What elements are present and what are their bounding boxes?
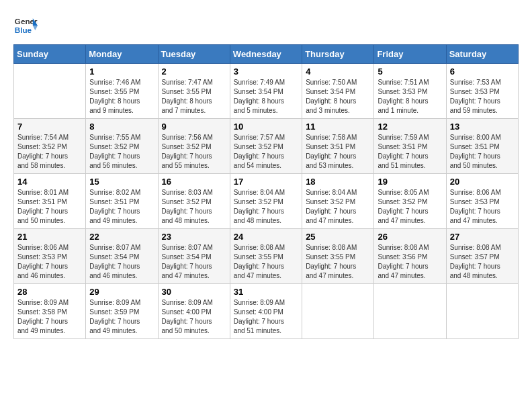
day-info: Sunrise: 7:59 AM Sunset: 3:51 PM Dayligh… <box>378 133 442 171</box>
day-info: Sunrise: 7:50 AM Sunset: 3:54 PM Dayligh… <box>306 78 370 116</box>
day-info: Sunrise: 8:04 AM Sunset: 3:52 PM Dayligh… <box>306 188 370 226</box>
calendar-cell: 26Sunrise: 8:08 AM Sunset: 3:56 PM Dayli… <box>374 229 446 284</box>
calendar-cell: 18Sunrise: 8:04 AM Sunset: 3:52 PM Dayli… <box>302 174 374 229</box>
calendar-cell: 7Sunrise: 7:54 AM Sunset: 3:52 PM Daylig… <box>14 119 86 174</box>
day-info: Sunrise: 8:01 AM Sunset: 3:51 PM Dayligh… <box>17 188 82 226</box>
svg-text:Blue: Blue <box>15 26 32 34</box>
day-number: 6 <box>450 66 515 77</box>
calendar-cell: 27Sunrise: 8:08 AM Sunset: 3:57 PM Dayli… <box>446 229 518 284</box>
logo: General Blue <box>13 13 38 38</box>
calendar-cell: 12Sunrise: 7:59 AM Sunset: 3:51 PM Dayli… <box>374 119 446 174</box>
day-number: 22 <box>89 232 154 242</box>
calendar-cell: 22Sunrise: 8:07 AM Sunset: 3:54 PM Dayli… <box>86 229 158 284</box>
header-monday: Monday <box>86 45 158 64</box>
day-number: 10 <box>234 122 298 132</box>
day-number: 31 <box>234 287 298 297</box>
day-info: Sunrise: 8:09 AM Sunset: 3:59 PM Dayligh… <box>89 298 154 336</box>
days-of-week-row: SundayMondayTuesdayWednesdayThursdayFrid… <box>14 45 519 64</box>
week-row-3: 14Sunrise: 8:01 AM Sunset: 3:51 PM Dayli… <box>14 174 519 229</box>
day-number: 30 <box>162 287 226 297</box>
day-info: Sunrise: 7:57 AM Sunset: 3:52 PM Dayligh… <box>234 133 298 171</box>
header-wednesday: Wednesday <box>230 45 302 64</box>
calendar-header: SundayMondayTuesdayWednesdayThursdayFrid… <box>14 45 519 64</box>
week-row-4: 21Sunrise: 8:06 AM Sunset: 3:53 PM Dayli… <box>14 229 519 284</box>
calendar-cell: 5Sunrise: 7:51 AM Sunset: 3:53 PM Daylig… <box>374 64 446 119</box>
calendar-cell: 21Sunrise: 8:06 AM Sunset: 3:53 PM Dayli… <box>14 229 86 284</box>
day-info: Sunrise: 8:00 AM Sunset: 3:51 PM Dayligh… <box>450 133 515 171</box>
header-sunday: Sunday <box>14 45 86 64</box>
day-number: 16 <box>162 177 226 187</box>
calendar-cell: 11Sunrise: 7:58 AM Sunset: 3:51 PM Dayli… <box>302 119 374 174</box>
day-number: 24 <box>234 232 298 242</box>
day-number: 8 <box>89 122 154 132</box>
day-info: Sunrise: 8:06 AM Sunset: 3:53 PM Dayligh… <box>450 188 515 226</box>
header-thursday: Thursday <box>302 45 374 64</box>
day-number: 12 <box>378 122 442 132</box>
day-info: Sunrise: 8:04 AM Sunset: 3:52 PM Dayligh… <box>234 188 298 226</box>
week-row-1: 1Sunrise: 7:46 AM Sunset: 3:55 PM Daylig… <box>14 64 519 119</box>
day-info: Sunrise: 7:56 AM Sunset: 3:52 PM Dayligh… <box>162 133 226 171</box>
day-number: 26 <box>378 232 442 242</box>
calendar-cell: 31Sunrise: 8:09 AM Sunset: 4:00 PM Dayli… <box>230 284 302 339</box>
day-number: 11 <box>306 122 370 132</box>
week-row-2: 7Sunrise: 7:54 AM Sunset: 3:52 PM Daylig… <box>14 119 519 174</box>
calendar-cell <box>374 284 446 339</box>
day-number: 17 <box>234 177 298 187</box>
calendar-cell: 28Sunrise: 8:09 AM Sunset: 3:58 PM Dayli… <box>14 284 86 339</box>
day-info: Sunrise: 8:08 AM Sunset: 3:57 PM Dayligh… <box>450 243 515 281</box>
day-number: 25 <box>306 232 370 242</box>
header-friday: Friday <box>374 45 446 64</box>
calendar-cell: 3Sunrise: 7:49 AM Sunset: 3:54 PM Daylig… <box>230 64 302 119</box>
day-number: 2 <box>162 66 226 77</box>
calendar-cell <box>14 64 86 119</box>
day-number: 27 <box>450 232 515 242</box>
calendar-body: 1Sunrise: 7:46 AM Sunset: 3:55 PM Daylig… <box>14 64 519 339</box>
week-row-5: 28Sunrise: 8:09 AM Sunset: 3:58 PM Dayli… <box>14 284 519 339</box>
day-number: 14 <box>17 177 82 187</box>
day-number: 20 <box>450 177 515 187</box>
day-number: 5 <box>378 66 442 77</box>
calendar-cell: 4Sunrise: 7:50 AM Sunset: 3:54 PM Daylig… <box>302 64 374 119</box>
day-info: Sunrise: 7:58 AM Sunset: 3:51 PM Dayligh… <box>306 133 370 171</box>
day-number: 19 <box>378 177 442 187</box>
day-info: Sunrise: 8:07 AM Sunset: 3:54 PM Dayligh… <box>162 243 226 281</box>
day-number: 1 <box>89 66 154 77</box>
day-number: 7 <box>17 122 82 132</box>
day-info: Sunrise: 8:08 AM Sunset: 3:55 PM Dayligh… <box>306 243 370 281</box>
day-info: Sunrise: 8:02 AM Sunset: 3:51 PM Dayligh… <box>89 188 154 226</box>
header-tuesday: Tuesday <box>158 45 230 64</box>
calendar-cell: 2Sunrise: 7:47 AM Sunset: 3:55 PM Daylig… <box>158 64 230 119</box>
day-number: 21 <box>17 232 82 242</box>
calendar-cell: 19Sunrise: 8:05 AM Sunset: 3:52 PM Dayli… <box>374 174 446 229</box>
day-info: Sunrise: 8:07 AM Sunset: 3:54 PM Dayligh… <box>89 243 154 281</box>
day-number: 23 <box>162 232 226 242</box>
calendar-cell: 6Sunrise: 7:53 AM Sunset: 3:53 PM Daylig… <box>446 64 518 119</box>
day-info: Sunrise: 8:08 AM Sunset: 3:55 PM Dayligh… <box>234 243 298 281</box>
day-number: 15 <box>89 177 154 187</box>
day-info: Sunrise: 7:53 AM Sunset: 3:53 PM Dayligh… <box>450 78 515 116</box>
page-header: General Blue <box>13 13 519 38</box>
calendar-cell: 25Sunrise: 8:08 AM Sunset: 3:55 PM Dayli… <box>302 229 374 284</box>
calendar-cell: 1Sunrise: 7:46 AM Sunset: 3:55 PM Daylig… <box>86 64 158 119</box>
calendar-cell: 13Sunrise: 8:00 AM Sunset: 3:51 PM Dayli… <box>446 119 518 174</box>
day-number: 13 <box>450 122 515 132</box>
calendar-cell: 29Sunrise: 8:09 AM Sunset: 3:59 PM Dayli… <box>86 284 158 339</box>
day-info: Sunrise: 7:47 AM Sunset: 3:55 PM Dayligh… <box>162 78 226 116</box>
calendar-table: SundayMondayTuesdayWednesdayThursdayFrid… <box>13 44 519 339</box>
day-number: 4 <box>306 66 370 77</box>
calendar-cell: 8Sunrise: 7:55 AM Sunset: 3:52 PM Daylig… <box>86 119 158 174</box>
day-number: 28 <box>17 287 82 297</box>
calendar-cell <box>302 284 374 339</box>
logo-icon: General Blue <box>13 13 38 38</box>
day-info: Sunrise: 8:08 AM Sunset: 3:56 PM Dayligh… <box>378 243 442 281</box>
day-info: Sunrise: 7:49 AM Sunset: 3:54 PM Dayligh… <box>234 78 298 116</box>
svg-marker-3 <box>33 26 38 30</box>
calendar-cell: 24Sunrise: 8:08 AM Sunset: 3:55 PM Dayli… <box>230 229 302 284</box>
day-number: 3 <box>234 66 298 77</box>
calendar-cell: 10Sunrise: 7:57 AM Sunset: 3:52 PM Dayli… <box>230 119 302 174</box>
calendar-cell: 23Sunrise: 8:07 AM Sunset: 3:54 PM Dayli… <box>158 229 230 284</box>
calendar-cell: 16Sunrise: 8:03 AM Sunset: 3:52 PM Dayli… <box>158 174 230 229</box>
calendar-cell: 30Sunrise: 8:09 AM Sunset: 4:00 PM Dayli… <box>158 284 230 339</box>
day-info: Sunrise: 7:51 AM Sunset: 3:53 PM Dayligh… <box>378 78 442 116</box>
calendar-cell: 14Sunrise: 8:01 AM Sunset: 3:51 PM Dayli… <box>14 174 86 229</box>
